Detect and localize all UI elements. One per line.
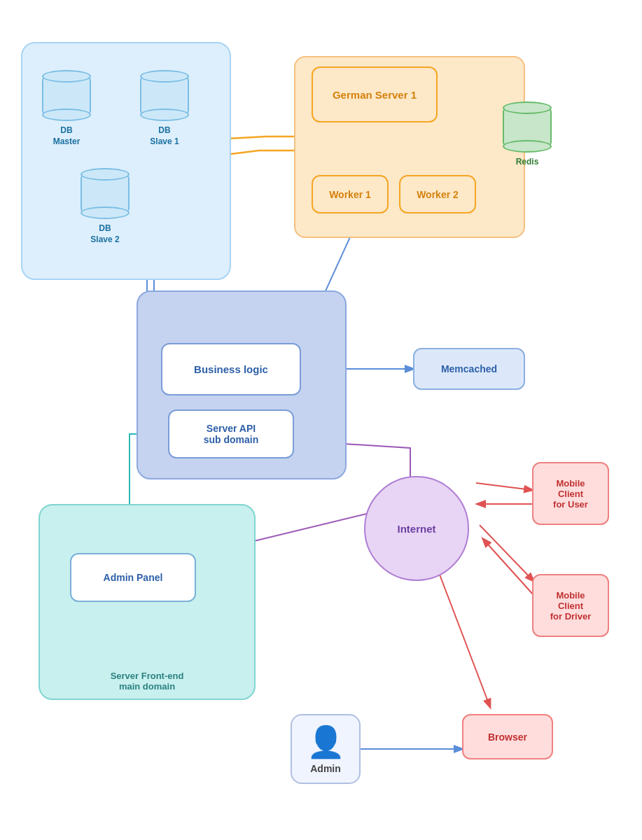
svg-line-15 xyxy=(483,539,533,595)
memcached-node: Memcached xyxy=(413,348,525,390)
db-slave2-node: DBSlave 2 xyxy=(81,168,130,245)
admin-node: 👤 Admin xyxy=(291,714,361,784)
db-master-node: DBMaster xyxy=(42,70,91,147)
worker1-label: Worker 1 xyxy=(329,189,371,200)
worker2-label: Worker 2 xyxy=(417,189,459,200)
server-api-label: Server APIsub domain xyxy=(204,423,259,445)
server-api-node: Server APIsub domain xyxy=(168,410,294,458)
browser-label: Browser xyxy=(488,732,527,743)
db-slave1-label: DBSlave 1 xyxy=(150,125,179,147)
architecture-diagram: DBMaster DBSlave 1 DBSlave 2 German Serv… xyxy=(0,0,642,840)
redis-node: Redis xyxy=(503,102,552,168)
redis-label: Redis xyxy=(516,157,539,168)
business-logic-node: Business logic xyxy=(161,343,301,396)
svg-line-16 xyxy=(434,560,490,707)
svg-line-12 xyxy=(476,483,532,490)
admin-icon: 👤 xyxy=(307,724,345,760)
worker2-node: Worker 2 xyxy=(399,175,476,214)
db-master-label: DBMaster xyxy=(53,125,81,147)
browser-node: Browser xyxy=(462,714,553,760)
german-server1-node: German Server 1 xyxy=(312,66,438,122)
internet-node: Internet xyxy=(364,476,469,581)
db-slave1-node: DBSlave 1 xyxy=(140,70,189,147)
memcached-label: Memcached xyxy=(441,363,497,374)
internet-label: Internet xyxy=(397,523,435,535)
admin-panel-node: Admin Panel xyxy=(70,553,196,602)
frontend-region-label: Server Front-endmain domain xyxy=(40,671,254,692)
mobile-driver-label: MobileClientfor Driver xyxy=(550,590,592,622)
german-server1-label: German Server 1 xyxy=(333,89,417,101)
mobile-driver-node: MobileClientfor Driver xyxy=(532,574,609,637)
admin-panel-label: Admin Panel xyxy=(104,572,163,583)
business-logic-label: Business logic xyxy=(194,363,268,375)
mobile-user-node: MobileClientfor User xyxy=(532,462,609,525)
admin-label: Admin xyxy=(310,763,341,774)
svg-line-14 xyxy=(480,525,533,581)
db-slave2-label: DBSlave 2 xyxy=(90,223,119,245)
worker1-node: Worker 1 xyxy=(312,175,389,214)
frontend-region: Server Front-endmain domain xyxy=(39,504,256,700)
mobile-user-label: MobileClientfor User xyxy=(553,478,588,510)
